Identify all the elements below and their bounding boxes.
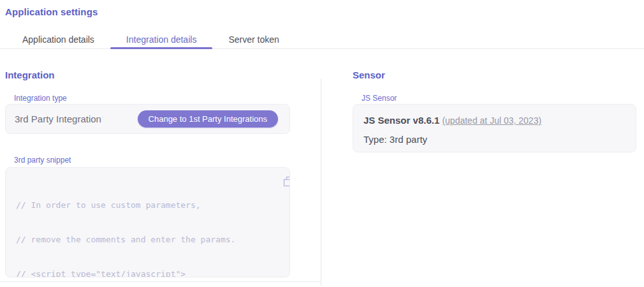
copy-icon [283, 176, 290, 187]
js-sensor-card: JS Sensor v8.6.1 (updated at Jul 03, 202… [353, 104, 636, 152]
change-integration-button[interactable]: Change to 1st Party Integrations [138, 110, 278, 128]
code-comment-line: // In order to use custom parameters, [16, 200, 279, 211]
sensor-section-heading: Sensor [353, 70, 385, 80]
application-settings-page: Application settings Application details… [0, 0, 644, 287]
integration-section-heading: Integration [5, 70, 55, 80]
page-title: Application settings [5, 6, 98, 17]
sensor-type-line: Type: 3rd party [363, 133, 626, 146]
integration-type-label: Integration type [14, 94, 67, 103]
sensor-name-version: JS Sensor v8.6.1 [363, 115, 439, 126]
code-comment-line: // remove the comments and enter the par… [16, 234, 279, 246]
copy-snippet-button[interactable] [269, 175, 281, 187]
js-sensor-label: JS Sensor [362, 94, 397, 103]
tab-server-token[interactable]: Server token [212, 29, 295, 48]
column-divider [321, 78, 321, 286]
code-comment-line: // <script type="text/javascript"> [16, 269, 279, 277]
tab-integration-details[interactable]: Integration details [110, 29, 213, 48]
sensor-version-row: JS Sensor v8.6.1 (updated at Jul 03, 202… [363, 114, 626, 127]
tab-application-details[interactable]: Application details [6, 29, 110, 48]
integration-type-value: 3rd Party Integration [15, 114, 101, 124]
snippet-code-block: // In order to use custom parameters, //… [5, 167, 290, 277]
bottom-divider [0, 281, 321, 282]
settings-tab-bar: Application details Integration details … [0, 29, 644, 49]
snippet-label: 3rd party snippet [14, 156, 71, 165]
sensor-updated-link[interactable]: (updated at Jul 03, 2023) [442, 115, 541, 126]
integration-type-card: 3rd Party Integration Change to 1st Part… [5, 104, 290, 134]
